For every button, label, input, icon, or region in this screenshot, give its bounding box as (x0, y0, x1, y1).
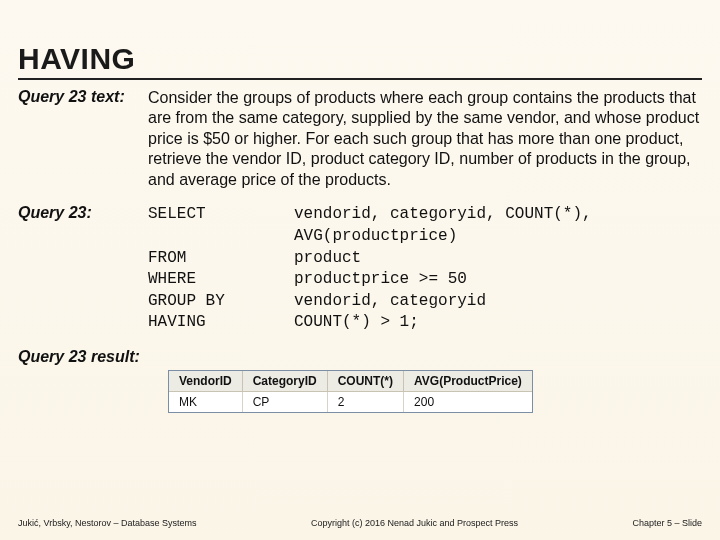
sql-where-val: productprice >= 50 (294, 269, 702, 291)
footer-left: Jukić, Vrbsky, Nestorov – Database Syste… (18, 518, 197, 528)
sql-select-kw: SELECT (148, 204, 268, 247)
query-sql-row: Query 23: SELECT vendorid, categoryid, C… (18, 204, 702, 334)
result-table: VendorID CategoryID COUNT(*) AVG(Product… (169, 371, 532, 412)
query-text-row: Query 23 text: Consider the groups of pr… (18, 88, 702, 190)
col-count: COUNT(*) (327, 371, 403, 392)
col-avg: AVG(ProductPrice) (404, 371, 532, 392)
sql-block: SELECT vendorid, categoryid, COUNT(*), A… (148, 204, 702, 334)
sql-having-kw: HAVING (148, 312, 268, 334)
result-label: Query 23 result: (18, 348, 702, 366)
sql-group-val: vendorid, categoryid (294, 291, 702, 313)
cell-count: 2 (327, 391, 403, 412)
footer-right: Chapter 5 – Slide (632, 518, 702, 528)
cell-categoryid: CP (242, 391, 327, 412)
sql-having-val: COUNT(*) > 1; (294, 312, 702, 334)
cell-avg: 200 (404, 391, 532, 412)
table-row: MK CP 2 200 (169, 391, 532, 412)
sql-from-val: product (294, 248, 702, 270)
col-vendorid: VendorID (169, 371, 242, 392)
sql-group-kw: GROUP BY (148, 291, 268, 313)
slide-title: HAVING (18, 42, 702, 80)
query-text-body: Consider the groups of products where ea… (148, 88, 702, 190)
cell-vendorid: MK (169, 391, 242, 412)
query-label: Query 23: (18, 204, 148, 334)
sql-from-kw: FROM (148, 248, 268, 270)
col-categoryid: CategoryID (242, 371, 327, 392)
sql-where-kw: WHERE (148, 269, 268, 291)
footer-center: Copyright (c) 2016 Nenad Jukic and Prosp… (311, 518, 518, 528)
query-text-label: Query 23 text: (18, 88, 148, 190)
slide-footer: Jukić, Vrbsky, Nestorov – Database Syste… (18, 518, 702, 528)
sql-select-val: vendorid, categoryid, COUNT(*), AVG(prod… (294, 204, 702, 247)
result-box: VendorID CategoryID COUNT(*) AVG(Product… (168, 370, 533, 413)
